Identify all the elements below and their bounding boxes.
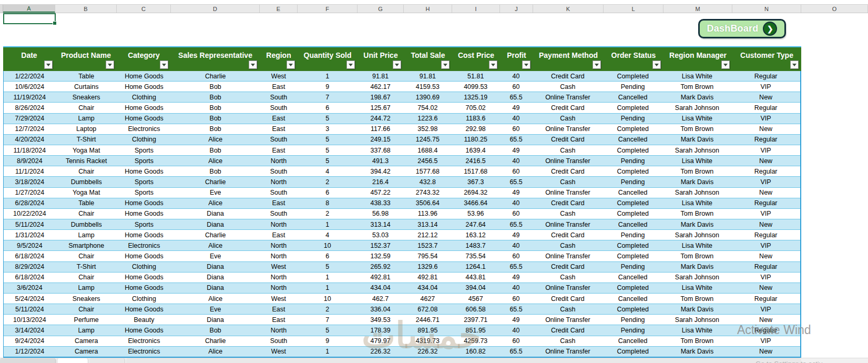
table-cell[interactable]: 434.04 (358, 283, 404, 293)
table-cell[interactable]: 5/11/2024 (4, 304, 56, 314)
table-cell[interactable]: Sarah Johnson (663, 103, 732, 113)
table-cell[interactable]: 1 (298, 283, 358, 293)
table-cell[interactable]: 1390.69 (404, 92, 452, 102)
column-header-n[interactable]: N (732, 5, 801, 13)
table-cell[interactable]: 313.14 (404, 219, 452, 229)
table-cell[interactable]: Chair (56, 304, 117, 314)
table-cell[interactable]: 65.5 (499, 304, 533, 314)
table-cell[interactable]: Cancelled (603, 219, 663, 229)
table-cell[interactable]: 9 (298, 82, 358, 92)
table-cell[interactable]: South (260, 188, 298, 198)
table-cell[interactable]: 1/31/2024 (4, 230, 56, 240)
table-cell[interactable]: Dumbbells (56, 219, 117, 229)
table-cell[interactable]: Home Goods (117, 251, 171, 261)
table-cell[interactable]: 212.12 (404, 230, 452, 240)
table-cell[interactable]: Credit Card (533, 325, 603, 335)
table-cell[interactable]: Home Goods (117, 283, 171, 293)
table-cell[interactable]: South (260, 103, 298, 113)
table-cell[interactable]: Cash (533, 114, 603, 124)
table-cell[interactable]: Online Transfer (533, 283, 603, 293)
table-cell[interactable]: 5 (298, 325, 358, 335)
table-cell[interactable]: 10 (298, 240, 358, 250)
table-cell[interactable]: Charlie (171, 177, 260, 187)
table-cell[interactable]: Laptop (56, 124, 117, 134)
table-cell[interactable]: VIP (731, 177, 800, 187)
table-cell[interactable]: 249.15 (358, 135, 404, 145)
table-cell[interactable]: Home Goods (117, 273, 171, 283)
filter-dropdown-icon[interactable] (652, 60, 661, 69)
table-cell[interactable]: 349.53 (358, 315, 404, 325)
table-cell[interactable]: 40 (499, 240, 533, 250)
table-cell[interactable]: Beauty (117, 315, 171, 325)
filter-dropdown-icon[interactable] (249, 60, 257, 69)
table-cell[interactable]: 117.66 (358, 124, 404, 134)
table-cell[interactable]: Yoga Mat (56, 188, 117, 198)
table-cell[interactable]: Completed (603, 103, 663, 113)
table-cell[interactable]: Home Goods (117, 325, 171, 335)
table-cell[interactable]: Bob (171, 145, 260, 155)
table-cell[interactable]: 1483.7 (452, 240, 499, 250)
table-cell[interactable]: 754.02 (404, 103, 452, 113)
table-cell[interactable]: Completed (603, 166, 663, 176)
table-cell[interactable]: Eve (171, 188, 260, 198)
table-cell[interactable]: North (260, 156, 298, 166)
table-cell[interactable]: 313.14 (358, 219, 404, 229)
table-cell[interactable]: Diana (171, 283, 260, 293)
table-cell[interactable]: 65.5 (499, 262, 533, 272)
table-cell[interactable]: 8/26/2024 (4, 103, 56, 113)
table-cell[interactable]: Sports (117, 156, 171, 166)
table-cell[interactable]: New (731, 283, 800, 293)
table-cell[interactable]: Completed (603, 145, 663, 155)
table-cell[interactable]: 672.08 (404, 304, 452, 314)
table-cell[interactable]: 9/5/2024 (4, 240, 56, 250)
table-cell[interactable]: Cash (533, 336, 603, 346)
table-cell[interactable]: Mark Davis (663, 262, 732, 272)
table-cell[interactable]: 60 (499, 336, 533, 346)
column-header-i[interactable]: I (452, 5, 500, 13)
table-cell[interactable]: Dumbbells (56, 177, 117, 187)
table-cell[interactable]: 11/1/2024 (4, 166, 56, 176)
table-cell[interactable]: 65.5 (499, 219, 533, 229)
table-cell[interactable]: New (731, 156, 800, 166)
table-cell[interactable]: 49 (499, 103, 533, 113)
table-cell[interactable]: Pending (603, 177, 663, 187)
table-cell[interactable]: 292.98 (452, 124, 499, 134)
table-cell[interactable]: Credit Card (533, 198, 603, 208)
table-cell[interactable]: 1/27/2024 (4, 188, 56, 198)
table-cell[interactable]: Completed (603, 304, 663, 314)
table-cell[interactable]: 226.32 (358, 347, 404, 357)
table-cell[interactable]: Alice (171, 240, 260, 250)
table-cell[interactable]: Tom Brown (663, 82, 732, 92)
table-cell[interactable]: 5 (298, 156, 358, 166)
table-cell[interactable]: Sports (117, 219, 171, 229)
table-cell[interactable]: Sarah Johnson (663, 273, 732, 283)
table-cell[interactable]: Bob (171, 124, 260, 134)
table-cell[interactable]: VIP (731, 145, 800, 155)
table-cell[interactable]: 337.68 (358, 145, 404, 155)
table-cell[interactable]: Credit Card (533, 135, 603, 145)
table-cell[interactable]: Credit Card (533, 294, 603, 304)
table-cell[interactable]: 434.04 (404, 283, 452, 293)
table-cell[interactable]: VIP (731, 304, 800, 314)
filter-dropdown-icon[interactable] (489, 60, 497, 69)
table-cell[interactable]: Mark Davis (663, 347, 732, 357)
table-cell[interactable]: 1639.4 (452, 145, 499, 155)
table-cell[interactable]: East (260, 315, 298, 325)
table-cell[interactable]: Regular (731, 103, 800, 113)
table-cell[interactable]: 132.59 (358, 251, 404, 261)
table-cell[interactable]: Cancelled (603, 273, 663, 283)
table-cell[interactable]: Sports (117, 177, 171, 187)
table-cell[interactable]: Completed (603, 283, 663, 293)
table-cell[interactable]: Charlie (171, 230, 260, 240)
table-cell[interactable]: 4/20/2024 (4, 135, 56, 145)
table-cell[interactable]: 3466.64 (452, 198, 499, 208)
table-cell[interactable]: 1577.68 (404, 166, 452, 176)
table-cell[interactable]: 462.7 (358, 294, 404, 304)
table-cell[interactable]: New (731, 219, 800, 229)
table-cell[interactable]: 462.17 (358, 82, 404, 92)
table-cell[interactable]: Clothing (117, 262, 171, 272)
table-cell[interactable]: Alice (171, 294, 260, 304)
table-cell[interactable]: New (731, 92, 800, 102)
table-cell[interactable]: Home Goods (117, 166, 171, 176)
table-cell[interactable]: 49 (499, 273, 533, 283)
